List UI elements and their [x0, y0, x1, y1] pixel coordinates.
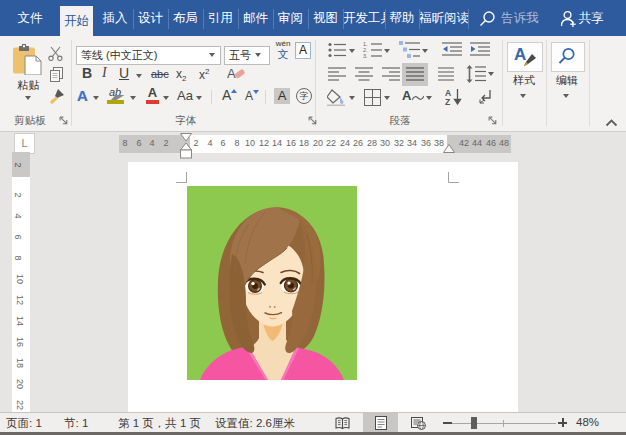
svg-text:A: A — [227, 66, 236, 81]
svg-text:Z: Z — [445, 97, 450, 106]
svg-text:3.: 3. — [363, 53, 368, 58]
